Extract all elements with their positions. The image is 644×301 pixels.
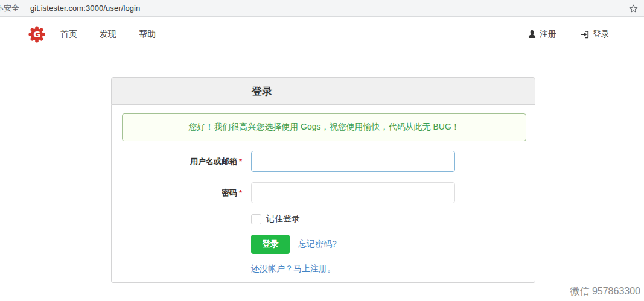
username-field-row: 用户名或邮箱* xyxy=(122,151,526,172)
sign-in-icon xyxy=(581,30,589,39)
browser-address-bar: 不安全 git.istester.com:3000/user/login xyxy=(0,0,644,17)
remember-me-checkbox[interactable] xyxy=(251,214,261,224)
password-field-row: 密码* xyxy=(122,182,526,203)
nav-item-explore[interactable]: 发现 xyxy=(100,29,116,40)
nav-item-home[interactable]: 首页 xyxy=(60,29,77,40)
form-body: 您好！我们很高兴您选择使用 Gogs，祝您使用愉快，代码从此无 BUG！ 用户名… xyxy=(111,105,535,283)
username-label: 用户名或邮箱* xyxy=(122,156,242,167)
password-input[interactable] xyxy=(251,182,455,203)
security-label[interactable]: 不安全 xyxy=(0,3,19,14)
bookmark-star-icon[interactable] xyxy=(628,3,639,14)
omnibox[interactable]: 不安全 git.istester.com:3000/user/login xyxy=(0,0,140,16)
remember-me-row: 记住登录 xyxy=(251,214,526,224)
username-input[interactable] xyxy=(251,151,455,172)
wechat-watermark: 微信 957863300 xyxy=(570,285,640,298)
url-text[interactable]: git.istester.com:3000/user/login xyxy=(30,4,140,13)
password-label: 密码* xyxy=(122,188,242,198)
actions-row: 登录 忘记密码? xyxy=(251,235,526,254)
login-form-card: 登录 您好！我们很高兴您选择使用 Gogs，祝您使用愉快，代码从此无 BUG！ … xyxy=(111,77,535,283)
remember-me-label[interactable]: 记住登录 xyxy=(266,214,300,224)
form-header: 登录 xyxy=(111,77,535,105)
nav-item-signin[interactable]: 登录 xyxy=(581,29,610,40)
person-icon xyxy=(528,30,536,39)
address-separator xyxy=(25,4,25,13)
app-navbar: G 首页 发现 帮助 注册 登录 xyxy=(0,17,644,51)
signin-button[interactable]: 登录 xyxy=(251,235,290,254)
forgot-password-link[interactable]: 忘记密码? xyxy=(298,239,337,250)
register-row: 还没帐户？马上注册。 xyxy=(251,264,526,273)
nav-item-signin-label: 登录 xyxy=(593,29,610,40)
nav-item-register-label: 注册 xyxy=(540,29,556,40)
form-title: 登录 xyxy=(252,84,272,98)
welcome-message: 您好！我们很高兴您选择使用 Gogs，祝您使用愉快，代码从此无 BUG！ xyxy=(122,113,526,141)
required-asterisk: * xyxy=(239,157,242,166)
welcome-message-text: 您好！我们很高兴您选择使用 Gogs，祝您使用愉快，代码从此无 BUG！ xyxy=(188,122,460,133)
required-asterisk: * xyxy=(239,188,242,197)
gogs-logo[interactable]: G xyxy=(28,25,46,43)
register-now-link[interactable]: 还没帐户？马上注册。 xyxy=(251,264,336,273)
svg-text:G: G xyxy=(33,30,40,39)
nav-item-register[interactable]: 注册 xyxy=(528,29,556,40)
navbar-right: 注册 登录 xyxy=(528,29,610,40)
nav-item-help[interactable]: 帮助 xyxy=(139,29,156,40)
